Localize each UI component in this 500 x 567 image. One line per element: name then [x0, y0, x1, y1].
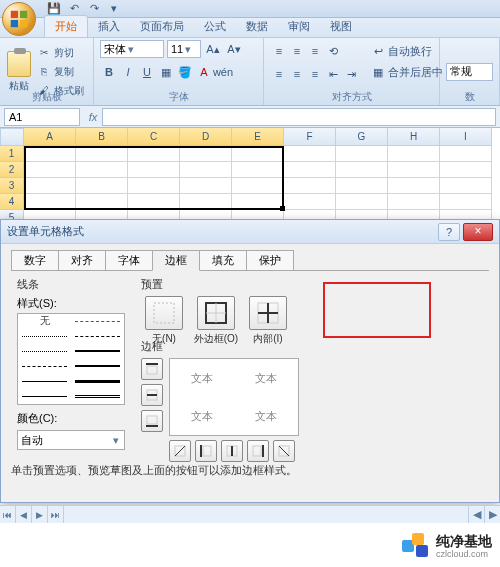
bold-button[interactable]: B	[100, 63, 118, 81]
number-format-combo[interactable]: 常规	[446, 63, 493, 81]
increase-indent-icon[interactable]: ⇥	[342, 65, 360, 83]
dialog-tab-protection[interactable]: 保护	[246, 250, 294, 271]
underline-button[interactable]: U	[138, 63, 156, 81]
column-header[interactable]: G	[336, 128, 388, 146]
last-sheet-icon[interactable]: ⏭	[48, 506, 64, 523]
redo-icon[interactable]: ↷	[85, 1, 103, 17]
preset-outline-button[interactable]	[197, 296, 235, 330]
fill-color-button[interactable]: 🪣	[176, 63, 194, 81]
decrease-indent-icon[interactable]: ⇤	[324, 65, 342, 83]
paste-button[interactable]: 粘贴	[6, 51, 31, 93]
fx-icon[interactable]: fx	[84, 111, 102, 123]
border-bottom-button[interactable]	[141, 410, 163, 432]
cut-button[interactable]: ✂剪切	[34, 44, 87, 62]
column-header[interactable]: I	[440, 128, 492, 146]
ribbon: 粘贴 ✂剪切 ⎘复制 🖌格式刷 剪贴板 宋体▾ 11▾ A▴ A▾ B I U …	[0, 38, 500, 106]
dialog-tab-fill[interactable]: 填充	[199, 250, 247, 271]
row-header[interactable]: 1	[0, 146, 24, 162]
align-bottom-icon[interactable]: ≡	[306, 42, 324, 60]
tab-home[interactable]: 开始	[44, 15, 88, 37]
border-left-button[interactable]	[195, 440, 217, 462]
line-style-list[interactable]: 无	[17, 313, 125, 405]
italic-button[interactable]: I	[119, 63, 137, 81]
border-button[interactable]: ▦	[157, 63, 175, 81]
border-diag-down-button[interactable]	[273, 440, 295, 462]
preset-none-button[interactable]	[145, 296, 183, 330]
tab-view[interactable]: 视图	[320, 16, 362, 37]
scroll-right-icon[interactable]: ▶	[484, 506, 500, 523]
help-button[interactable]: ?	[438, 223, 460, 241]
orientation-icon[interactable]: ⟲	[324, 42, 342, 60]
column-header[interactable]: E	[232, 128, 284, 146]
formula-input[interactable]	[102, 108, 496, 126]
close-button[interactable]: ×	[463, 223, 493, 241]
column-header[interactable]: A	[24, 128, 76, 146]
alignment-group-label: 对齐方式	[264, 90, 439, 104]
wrap-text-button[interactable]: ↩自动换行	[368, 42, 446, 60]
clipboard-group-label: 剪贴板	[0, 90, 93, 104]
color-label: 颜色(C):	[17, 411, 133, 426]
decrease-font-icon[interactable]: A▾	[225, 40, 243, 58]
row-header[interactable]: 3	[0, 178, 24, 194]
phonetic-button[interactable]: wén	[214, 63, 232, 81]
dialog-title: 设置单元格格式	[7, 224, 438, 239]
office-button[interactable]	[2, 2, 36, 36]
dialog-tab-font[interactable]: 字体	[105, 250, 153, 271]
border-top-button[interactable]	[141, 358, 163, 380]
font-color-button[interactable]: A	[195, 63, 213, 81]
dialog-tab-alignment[interactable]: 对齐	[58, 250, 106, 271]
formula-bar: A1 fx	[0, 106, 500, 128]
column-header[interactable]: F	[284, 128, 336, 146]
align-center-icon[interactable]: ≡	[288, 65, 306, 83]
align-right-icon[interactable]: ≡	[306, 65, 324, 83]
tab-insert[interactable]: 插入	[88, 16, 130, 37]
svg-rect-4	[154, 303, 174, 323]
tab-review[interactable]: 审阅	[278, 16, 320, 37]
column-header[interactable]: C	[128, 128, 180, 146]
next-sheet-icon[interactable]: ▶	[32, 506, 48, 523]
watermark: 纯净基地 czlcloud.com	[402, 533, 492, 561]
column-header[interactable]: D	[180, 128, 232, 146]
wrap-icon: ↩	[371, 44, 385, 58]
tab-formulas[interactable]: 公式	[194, 16, 236, 37]
spreadsheet-grid[interactable]: A B C D E F G H I 1 2 3 4 5	[0, 128, 500, 226]
row-header[interactable]: 4	[0, 194, 24, 210]
line-color-combo[interactable]: 自动 ▾	[17, 430, 125, 450]
chevron-down-icon: ▾	[183, 43, 193, 56]
dialog-hint: 单击预置选项、预览草图及上面的按钮可以添加边框样式。	[11, 463, 297, 478]
prev-sheet-icon[interactable]: ◀	[16, 506, 32, 523]
watermark-logo-icon	[402, 533, 430, 561]
number-group-label: 数	[440, 90, 499, 104]
dialog-tab-number[interactable]: 数字	[11, 250, 59, 271]
copy-button[interactable]: ⎘复制	[34, 63, 87, 81]
align-middle-icon[interactable]: ≡	[288, 42, 306, 60]
svg-rect-0	[11, 11, 18, 18]
align-top-icon[interactable]: ≡	[270, 42, 288, 60]
first-sheet-icon[interactable]: ⏮	[0, 506, 16, 523]
font-name-combo[interactable]: 宋体▾	[100, 40, 164, 58]
border-vmid-button[interactable]	[221, 440, 243, 462]
style-label: 样式(S):	[17, 297, 57, 309]
border-section-label: 边框	[141, 339, 299, 354]
border-hmid-button[interactable]	[141, 384, 163, 406]
tab-data[interactable]: 数据	[236, 16, 278, 37]
preset-inside-button[interactable]	[249, 296, 287, 330]
border-preview[interactable]: 文本 文本 文本 文本	[169, 358, 299, 436]
chevron-down-icon: ▾	[111, 434, 121, 447]
tab-page-layout[interactable]: 页面布局	[130, 16, 194, 37]
border-right-button[interactable]	[247, 440, 269, 462]
increase-font-icon[interactable]: A▴	[204, 40, 222, 58]
font-size-combo[interactable]: 11▾	[167, 40, 201, 58]
select-all-corner[interactable]	[0, 128, 24, 146]
column-header[interactable]: B	[76, 128, 128, 146]
dialog-tab-border[interactable]: 边框	[152, 250, 200, 271]
column-header[interactable]: H	[388, 128, 440, 146]
name-box[interactable]: A1	[4, 108, 80, 126]
border-diag-up-button[interactable]	[169, 440, 191, 462]
align-left-icon[interactable]: ≡	[270, 65, 288, 83]
line-section-label: 线条	[17, 277, 133, 292]
scroll-left-icon[interactable]: ◀	[468, 506, 484, 523]
qat-customize-icon[interactable]: ▾	[105, 1, 123, 17]
row-header[interactable]: 2	[0, 162, 24, 178]
merge-center-button[interactable]: ▦合并后居中	[368, 63, 446, 81]
